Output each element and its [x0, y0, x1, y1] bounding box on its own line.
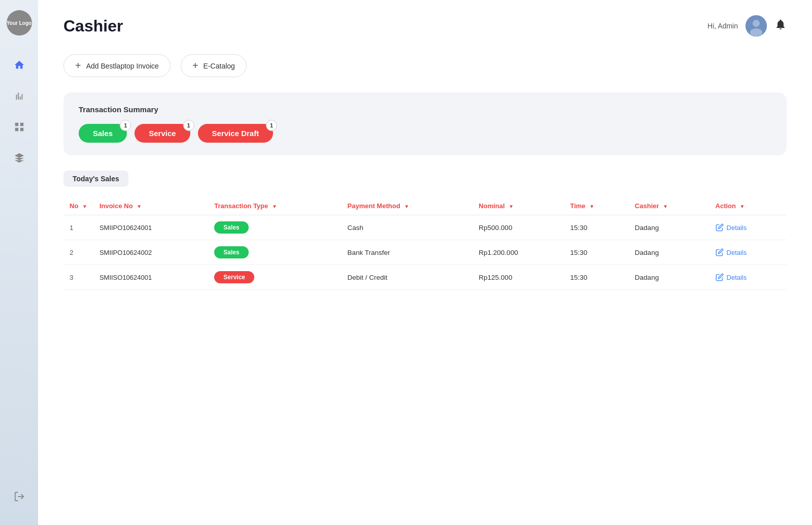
- action-buttons-container: + Add Bestlaptop Invoice + E-Catalog: [63, 54, 787, 77]
- table-row: 1 SMIIPO10624001 Sales Cash Rp500.000 15…: [63, 215, 787, 240]
- sidebar-logo: Your Logo: [7, 10, 32, 36]
- cell-action-0: Details: [709, 215, 787, 240]
- greeting-text: Hi, Admin: [707, 22, 738, 30]
- svg-point-2: [753, 20, 760, 27]
- cell-payment-2: Debit / Credit: [342, 265, 473, 290]
- service-draft-summary-button[interactable]: Service Draft 1: [198, 124, 274, 143]
- sales-table-container: No ▼ Invoice No ▼ Transaction Type ▼ P: [63, 197, 787, 290]
- cell-payment-0: Cash: [342, 215, 473, 240]
- col-cashier[interactable]: Cashier ▼: [629, 197, 709, 215]
- service-badge: 1: [183, 120, 194, 131]
- details-button-0[interactable]: Details: [716, 223, 747, 232]
- summary-buttons: Sales 1 Service 1 Service Draft 1: [79, 124, 771, 143]
- cell-cashier-0: Dadang: [629, 215, 709, 240]
- sort-time-icon: ▼: [589, 204, 594, 209]
- table-row: 3 SMIISO10624001 Service Debit / Credit …: [63, 265, 787, 290]
- col-time[interactable]: Time ▼: [564, 197, 628, 215]
- cell-type-2: Service: [208, 265, 341, 290]
- details-label-2: Details: [727, 274, 747, 281]
- col-no[interactable]: No ▼: [63, 197, 93, 215]
- sidebar-item-grid[interactable]: [10, 118, 28, 136]
- notification-bell-icon[interactable]: [774, 18, 787, 34]
- col-action[interactable]: Action ▼: [709, 197, 787, 215]
- sidebar-item-building[interactable]: [10, 149, 28, 167]
- sidebar-nav: [10, 56, 28, 167]
- sales-table: No ▼ Invoice No ▼ Transaction Type ▼ P: [63, 197, 787, 290]
- sidebar-item-home[interactable]: [10, 56, 28, 74]
- table-header-row: No ▼ Invoice No ▼ Transaction Type ▼ P: [63, 197, 787, 215]
- cell-nominal-0: Rp500.000: [472, 215, 564, 240]
- cell-payment-1: Bank Transfer: [342, 240, 473, 265]
- col-transaction-type[interactable]: Transaction Type ▼: [208, 197, 341, 215]
- cell-nominal-1: Rp1.200.000: [472, 240, 564, 265]
- service-draft-btn-label: Service Draft: [212, 129, 259, 138]
- service-summary-button[interactable]: Service 1: [134, 124, 190, 143]
- cell-type-0: Sales: [208, 215, 341, 240]
- sort-payment-icon: ▼: [404, 204, 409, 209]
- sort-invoice-icon: ▼: [137, 204, 142, 209]
- todays-sales-section: Today's Sales No ▼ Invoice No ▼ T: [63, 171, 787, 290]
- type-badge-0: Sales: [214, 221, 248, 234]
- sort-cashier-icon: ▼: [663, 204, 668, 209]
- plus-icon: +: [75, 60, 81, 72]
- sidebar-item-chart[interactable]: [10, 87, 28, 105]
- cell-cashier-2: Dadang: [629, 265, 709, 290]
- e-catalog-label: E-Catalog: [204, 62, 235, 70]
- add-invoice-label: Add Bestlaptop Invoice: [86, 62, 159, 70]
- cell-invoice-1: SMIIPO10624002: [93, 240, 208, 265]
- col-payment-method[interactable]: Payment Method ▼: [342, 197, 473, 215]
- cell-time-2: 15:30: [564, 265, 628, 290]
- service-btn-label: Service: [149, 129, 176, 138]
- page-header: Cashier Hi, Admin: [63, 15, 787, 37]
- edit-icon-2: [716, 273, 724, 281]
- page-title: Cashier: [63, 17, 123, 36]
- col-nominal[interactable]: Nominal ▼: [472, 197, 564, 215]
- main-content: Cashier Hi, Admin + Add Bestlaptop Invoi…: [38, 0, 812, 525]
- svg-point-3: [750, 28, 762, 37]
- todays-sales-title: Today's Sales: [63, 171, 128, 187]
- header-right: Hi, Admin: [707, 15, 787, 37]
- logout-button[interactable]: [14, 491, 25, 505]
- sales-btn-label: Sales: [93, 129, 113, 138]
- plus-icon-2: +: [192, 60, 198, 72]
- sort-nominal-icon: ▼: [509, 204, 514, 209]
- cell-nominal-2: Rp125.000: [472, 265, 564, 290]
- sort-type-icon: ▼: [272, 204, 277, 209]
- cell-action-1: Details: [709, 240, 787, 265]
- details-button-2[interactable]: Details: [716, 273, 747, 281]
- cell-cashier-1: Dadang: [629, 240, 709, 265]
- cell-time-1: 15:30: [564, 240, 628, 265]
- type-badge-1: Sales: [214, 246, 248, 258]
- cell-type-1: Sales: [208, 240, 341, 265]
- cell-no-2: 3: [63, 265, 93, 290]
- type-badge-2: Service: [214, 271, 254, 283]
- details-label-1: Details: [727, 249, 747, 256]
- edit-icon-0: [716, 223, 724, 232]
- table-row: 2 SMIIPO10624002 Sales Bank Transfer Rp1…: [63, 240, 787, 265]
- cell-time-0: 15:30: [564, 215, 628, 240]
- sidebar: Your Logo: [0, 0, 38, 525]
- cell-invoice-2: SMIISO10624001: [93, 265, 208, 290]
- add-bestlaptop-invoice-button[interactable]: + Add Bestlaptop Invoice: [63, 54, 171, 77]
- edit-icon-1: [716, 248, 724, 256]
- sort-no-icon: ▼: [82, 204, 87, 209]
- cell-no-1: 2: [63, 240, 93, 265]
- cell-action-2: Details: [709, 265, 787, 290]
- sales-summary-button[interactable]: Sales 1: [79, 124, 127, 143]
- details-label-0: Details: [727, 224, 747, 232]
- cell-invoice-0: SMIIPO10624001: [93, 215, 208, 240]
- service-draft-badge: 1: [266, 120, 277, 131]
- sales-badge: 1: [120, 120, 131, 131]
- col-invoice-no[interactable]: Invoice No ▼: [93, 197, 208, 215]
- cell-no-0: 1: [63, 215, 93, 240]
- sort-action-icon: ▼: [740, 204, 745, 209]
- avatar: [746, 15, 767, 37]
- transaction-summary-card: Transaction Summary Sales 1 Service 1 Se…: [63, 92, 787, 155]
- e-catalog-button[interactable]: + E-Catalog: [181, 54, 247, 77]
- details-button-1[interactable]: Details: [716, 248, 747, 256]
- summary-title: Transaction Summary: [79, 105, 771, 114]
